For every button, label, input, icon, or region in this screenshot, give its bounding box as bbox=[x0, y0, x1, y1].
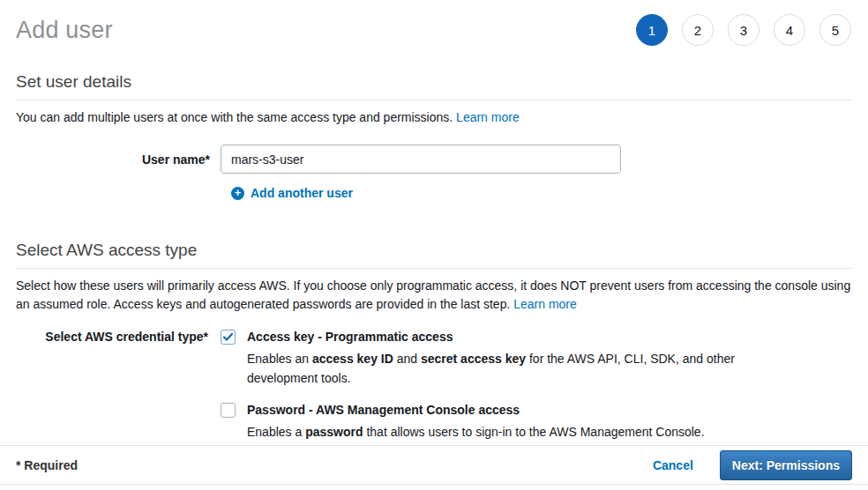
select-access-type-heading: Select AWS access type bbox=[16, 241, 852, 269]
next-permissions-button[interactable]: Next: Permissions bbox=[720, 450, 852, 480]
page-title: Add user bbox=[16, 17, 113, 44]
step-2-indicator: 2 bbox=[682, 14, 714, 46]
credential-type-row: Select AWS credential type* Access key -… bbox=[0, 329, 868, 442]
plus-circle-icon bbox=[231, 187, 244, 200]
access-key-checkbox[interactable] bbox=[221, 330, 236, 345]
access-key-option-title: Access key - Programmatic access bbox=[247, 329, 737, 345]
select-access-type-description-text: Select how these users will primarily ac… bbox=[16, 278, 850, 311]
step-1-indicator: 1 bbox=[636, 14, 668, 46]
access-key-option-description: Enables an access key ID and secret acce… bbox=[247, 349, 737, 388]
required-note: * Required bbox=[16, 458, 78, 472]
password-option-title: Password - AWS Management Console access bbox=[247, 402, 705, 419]
select-access-type-description: Select how these users will primarily ac… bbox=[16, 277, 852, 314]
access-key-option-text: Access key - Programmatic access Enables… bbox=[247, 329, 737, 388]
username-input[interactable] bbox=[221, 145, 621, 174]
set-user-details-description-text: You can add multiple users at once with … bbox=[16, 110, 456, 124]
credential-type-label: Select AWS credential type* bbox=[0, 329, 221, 442]
password-option-text: Password - AWS Management Console access… bbox=[247, 402, 705, 442]
step-3-indicator: 3 bbox=[728, 14, 760, 46]
username-row: User name* bbox=[0, 145, 868, 174]
set-user-details-heading: Set user details bbox=[16, 72, 852, 100]
access-key-option: Access key - Programmatic access Enables… bbox=[221, 329, 737, 388]
password-option-description: Enables a password that allows users to … bbox=[247, 422, 705, 442]
password-checkbox[interactable] bbox=[221, 403, 236, 418]
username-label: User name* bbox=[0, 152, 221, 167]
footer-actions: Cancel Next: Permissions bbox=[653, 450, 852, 480]
wizard-footer: * Required Cancel Next: Permissions bbox=[0, 445, 868, 485]
wizard-header: Add user 1 2 3 4 5 bbox=[0, 0, 868, 46]
add-another-user-label: Add another user bbox=[251, 186, 353, 200]
step-4-indicator: 4 bbox=[774, 14, 805, 46]
user-details-learn-more-link[interactable]: Learn more bbox=[456, 110, 520, 124]
password-option: Password - AWS Management Console access… bbox=[221, 402, 737, 442]
set-user-details-description: You can add multiple users at once with … bbox=[16, 108, 852, 127]
add-another-user-button[interactable]: Add another user bbox=[231, 186, 868, 200]
step-5-indicator: 5 bbox=[819, 14, 851, 46]
access-type-learn-more-link[interactable]: Learn more bbox=[513, 297, 577, 311]
credential-options: Access key - Programmatic access Enables… bbox=[221, 329, 737, 442]
wizard-step-indicator: 1 2 3 4 5 bbox=[636, 14, 852, 46]
checkmark-icon bbox=[223, 333, 233, 341]
cancel-button[interactable]: Cancel bbox=[653, 458, 693, 472]
